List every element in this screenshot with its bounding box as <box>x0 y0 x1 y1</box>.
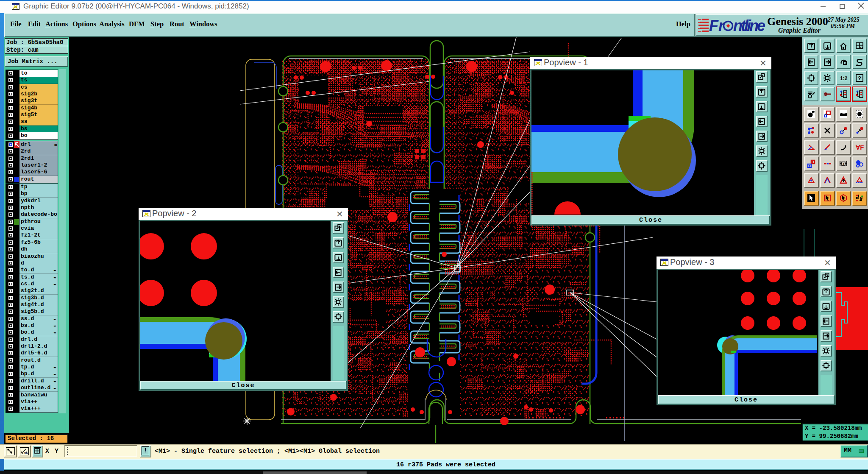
svg-text:∀F: ∀F <box>855 144 864 151</box>
svg-text:4: 4 <box>843 162 844 166</box>
svg-text:XY: XY <box>860 46 863 49</box>
svg-text:Fr: Fr <box>709 17 725 34</box>
svg-text:?: ? <box>858 75 861 81</box>
svg-text:ok: ok <box>24 451 28 454</box>
svg-text:ntline: ntline <box>733 17 765 34</box>
svg-text:1:2: 1:2 <box>840 75 848 81</box>
